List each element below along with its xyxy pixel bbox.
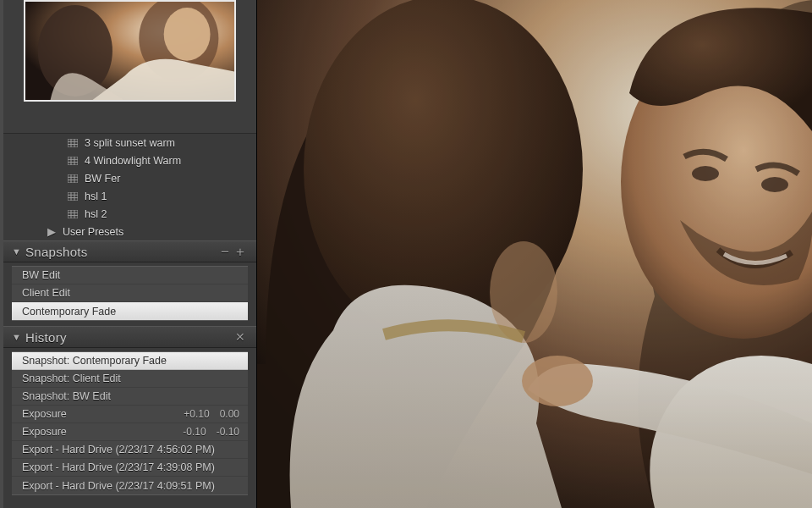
history-label: Snapshot: Client Edit xyxy=(22,373,239,384)
history-item[interactable]: Export - Hard Drive (2/23/17 4:39:08 PM) xyxy=(12,459,248,477)
snapshot-label: BW Edit xyxy=(22,269,60,281)
preset-item[interactable]: hsl 2 xyxy=(3,205,256,223)
snapshot-item[interactable]: Client Edit xyxy=(12,284,248,302)
history-item[interactable]: Export - Hard Drive (2/23/17 4:09:51 PM) xyxy=(12,477,248,494)
history-clear-button[interactable]: ✕ xyxy=(233,331,248,343)
history-item[interactable]: Export - Hard Drive (2/23/17 4:56:02 PM) xyxy=(12,441,248,459)
history-header[interactable]: ▼ History ✕ xyxy=(3,326,256,348)
preset-item[interactable]: hsl 1 xyxy=(3,187,256,205)
history-value-new: -0.10 xyxy=(217,426,239,438)
history-item[interactable]: Exposure -0.10 -0.10 xyxy=(12,423,248,441)
history-label: Export - Hard Drive (2/23/17 4:09:51 PM) xyxy=(22,480,239,492)
history-label: Snapshot: Contemporary Fade xyxy=(22,355,239,367)
snapshots-remove-button[interactable]: − xyxy=(217,245,233,259)
snapshots-add-button[interactable]: + xyxy=(233,245,248,259)
history-value-prev: -0.10 xyxy=(183,426,206,438)
svg-rect-36 xyxy=(257,0,812,508)
history-label: Exposure xyxy=(22,408,184,420)
triangle-down-icon: ▼ xyxy=(12,246,25,257)
history-item[interactable]: Snapshot: Contemporary Fade xyxy=(12,352,248,370)
snapshots-list: BW Edit Client Edit Contemporary Fade xyxy=(12,266,248,321)
history-item[interactable]: Exposure +0.10 0.00 xyxy=(12,406,248,423)
navigator-thumbnail[interactable] xyxy=(24,0,236,102)
snapshots-header[interactable]: ▼ Snapshots − + xyxy=(3,240,256,262)
preset-label: hsl 2 xyxy=(85,208,107,220)
presets-list: 3 split sunset warm 4 Windowlight Warm B… xyxy=(3,134,256,240)
svg-rect-4 xyxy=(68,139,78,147)
preset-label: 3 split sunset warm xyxy=(85,137,175,149)
preset-item[interactable]: BW Fer xyxy=(3,169,256,187)
triangle-right-icon: ▶ xyxy=(47,225,56,238)
preset-folder[interactable]: ▶ User Presets xyxy=(3,223,256,240)
svg-rect-14 xyxy=(68,174,78,183)
snapshot-label: Client Edit xyxy=(22,287,70,299)
preset-icon xyxy=(68,157,78,165)
app-root: 3 split sunset warm 4 Windowlight Warm B… xyxy=(0,0,812,508)
preset-label: BW Fer xyxy=(85,173,120,185)
history-label: Snapshot: BW Edit xyxy=(22,390,239,402)
preset-icon xyxy=(68,139,78,147)
preset-item[interactable]: 4 Windowlight Warm xyxy=(3,152,256,169)
preset-icon xyxy=(68,174,78,183)
history-item[interactable]: Snapshot: BW Edit xyxy=(12,388,248,406)
preset-icon xyxy=(68,192,78,201)
history-label: Export - Hard Drive (2/23/17 4:39:08 PM) xyxy=(22,461,239,473)
history-title: History xyxy=(25,330,233,345)
svg-rect-9 xyxy=(68,157,78,165)
preset-item[interactable]: 3 split sunset warm xyxy=(3,134,256,152)
history-value-new: 0.00 xyxy=(220,408,239,420)
preset-icon xyxy=(68,210,78,218)
panel-body: 3 split sunset warm 4 Windowlight Warm B… xyxy=(3,134,256,508)
svg-rect-19 xyxy=(68,192,78,201)
preset-label: hsl 1 xyxy=(85,190,107,202)
history-item[interactable]: Snapshot: Client Edit xyxy=(12,370,248,388)
svg-point-3 xyxy=(164,8,211,61)
preset-folder-label: User Presets xyxy=(63,226,123,238)
preset-label: 4 Windowlight Warm xyxy=(85,155,181,167)
snapshots-title: Snapshots xyxy=(25,245,217,259)
history-label: Export - Hard Drive (2/23/17 4:56:02 PM) xyxy=(22,444,239,456)
thumbnail-image xyxy=(25,2,234,100)
snapshot-item[interactable]: Contemporary Fade xyxy=(12,302,248,320)
history-list: Snapshot: Contemporary Fade Snapshot: Cl… xyxy=(12,351,248,495)
left-panel: 3 split sunset warm 4 Windowlight Warm B… xyxy=(3,0,257,508)
history-label: Exposure xyxy=(22,426,183,438)
main-image-view[interactable] xyxy=(257,0,812,508)
snapshot-label: Contemporary Fade xyxy=(22,306,116,318)
svg-rect-24 xyxy=(68,210,78,218)
navigator-area xyxy=(3,0,256,134)
triangle-down-icon: ▼ xyxy=(12,332,25,342)
history-value-prev: +0.10 xyxy=(184,408,209,420)
main-photo xyxy=(257,0,812,508)
snapshot-item[interactable]: BW Edit xyxy=(12,267,248,284)
